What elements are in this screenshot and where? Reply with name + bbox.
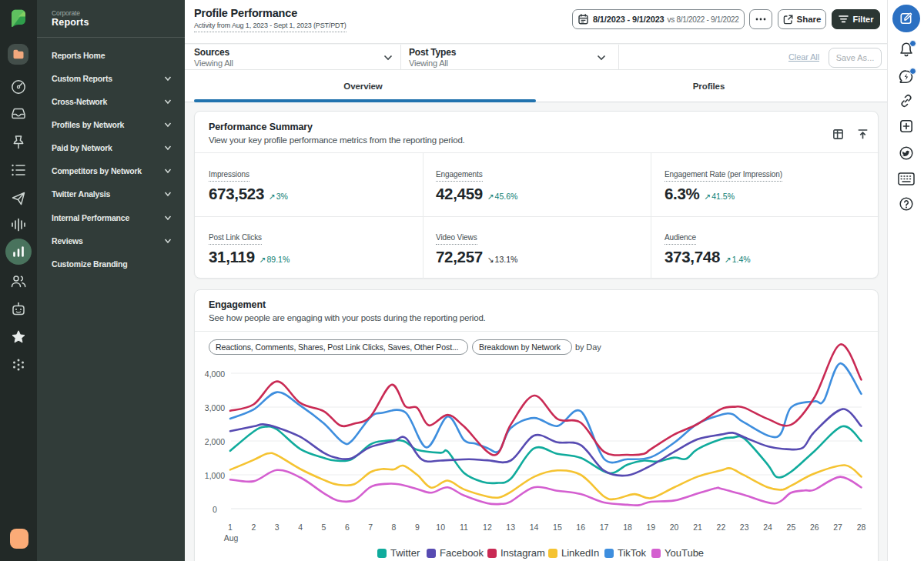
svg-text:5: 5 xyxy=(321,523,326,532)
svg-text:Twitter: Twitter xyxy=(390,547,420,559)
svg-text:24: 24 xyxy=(763,523,772,532)
svg-text:Instagram: Instagram xyxy=(500,547,545,559)
svg-text:9: 9 xyxy=(415,523,420,532)
svg-text:Facebook: Facebook xyxy=(440,547,484,559)
svg-text:23: 23 xyxy=(740,523,749,532)
svg-text:3: 3 xyxy=(275,523,280,532)
svg-text:YouTube: YouTube xyxy=(665,547,704,559)
svg-text:17: 17 xyxy=(600,523,609,532)
svg-text:14: 14 xyxy=(530,523,539,532)
svg-text:13: 13 xyxy=(506,523,515,532)
svg-text:4: 4 xyxy=(298,523,303,532)
svg-text:Aug: Aug xyxy=(224,533,239,543)
svg-text:15: 15 xyxy=(553,523,562,532)
svg-text:11: 11 xyxy=(460,523,468,532)
svg-text:1: 1 xyxy=(228,523,233,532)
svg-text:16: 16 xyxy=(576,523,585,532)
svg-text:4,000: 4,000 xyxy=(205,369,225,379)
svg-text:27: 27 xyxy=(833,523,842,532)
svg-text:25: 25 xyxy=(787,523,796,532)
svg-text:1,000: 1,000 xyxy=(205,471,225,480)
svg-text:19: 19 xyxy=(646,523,655,532)
svg-text:LinkedIn: LinkedIn xyxy=(561,547,599,559)
svg-text:18: 18 xyxy=(623,523,632,532)
svg-text:2: 2 xyxy=(251,523,256,532)
svg-text:3,000: 3,000 xyxy=(205,403,225,412)
svg-text:22: 22 xyxy=(717,523,726,532)
svg-text:21: 21 xyxy=(693,523,702,532)
svg-text:2,000: 2,000 xyxy=(205,437,225,446)
svg-text:6: 6 xyxy=(345,523,350,532)
svg-text:28: 28 xyxy=(857,523,866,532)
svg-text:TikTok: TikTok xyxy=(618,547,647,559)
svg-text:8: 8 xyxy=(392,523,397,532)
svg-text:26: 26 xyxy=(810,523,819,532)
svg-text:12: 12 xyxy=(483,523,492,532)
svg-text:7: 7 xyxy=(368,523,373,532)
svg-text:0: 0 xyxy=(213,505,217,514)
svg-text:10: 10 xyxy=(436,523,445,532)
svg-text:20: 20 xyxy=(670,523,679,532)
